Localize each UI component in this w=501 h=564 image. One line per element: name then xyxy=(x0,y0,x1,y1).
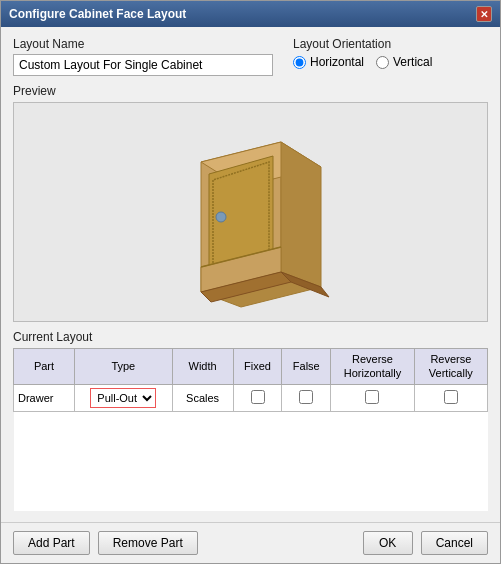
horizontal-label: Horizontal xyxy=(310,55,364,69)
empty-row-4 xyxy=(14,471,488,491)
current-layout-label: Current Layout xyxy=(13,330,488,344)
horizontal-option[interactable]: Horizontal xyxy=(293,55,364,69)
layout-name-group: Layout Name xyxy=(13,37,273,76)
horizontal-radio[interactable] xyxy=(293,56,306,69)
cancel-button[interactable]: Cancel xyxy=(421,531,488,555)
preview-section: Preview xyxy=(13,84,488,322)
fixed-checkbox[interactable] xyxy=(251,390,265,404)
col-fixed: Fixed xyxy=(233,349,282,385)
orientation-group: Layout Orientation Horizontal Vertical xyxy=(293,37,432,69)
type-select[interactable]: Pull-Out Door Shelf xyxy=(90,388,156,408)
false-cell[interactable] xyxy=(282,384,331,411)
rev-v-checkbox[interactable] xyxy=(444,390,458,404)
orientation-radio-row: Horizontal Vertical xyxy=(293,55,432,69)
ok-button[interactable]: OK xyxy=(363,531,413,555)
title-bar: Configure Cabinet Face Layout ✕ xyxy=(1,1,500,27)
vertical-option[interactable]: Vertical xyxy=(376,55,432,69)
layout-name-label: Layout Name xyxy=(13,37,273,51)
rev-h-cell[interactable] xyxy=(331,384,415,411)
col-rev-h: ReverseHorizontally xyxy=(331,349,415,385)
rev-v-cell[interactable] xyxy=(414,384,487,411)
current-layout-section: Current Layout Part Type Width Fixed Fal… xyxy=(13,330,488,511)
rev-h-checkbox[interactable] xyxy=(365,390,379,404)
svg-marker-2 xyxy=(281,142,321,287)
empty-row-1 xyxy=(14,411,488,431)
orientation-label: Layout Orientation xyxy=(293,37,432,51)
preview-label: Preview xyxy=(13,84,488,98)
layout-name-input[interactable] xyxy=(13,54,273,76)
add-part-button[interactable]: Add Part xyxy=(13,531,90,555)
col-width: Width xyxy=(172,349,233,385)
col-type: Type xyxy=(75,349,173,385)
window-title: Configure Cabinet Face Layout xyxy=(9,7,186,21)
fixed-cell[interactable] xyxy=(233,384,282,411)
footer-left: Add Part Remove Part xyxy=(13,531,198,555)
empty-row-2 xyxy=(14,431,488,451)
content-area: Layout Name Layout Orientation Horizonta… xyxy=(1,27,500,522)
preview-box xyxy=(13,102,488,322)
svg-point-6 xyxy=(216,212,226,222)
vertical-radio[interactable] xyxy=(376,56,389,69)
false-checkbox[interactable] xyxy=(299,390,313,404)
layout-table: Part Type Width Fixed False ReverseHoriz… xyxy=(13,348,488,511)
col-part: Part xyxy=(14,349,75,385)
width-cell: Scales xyxy=(172,384,233,411)
main-window: Configure Cabinet Face Layout ✕ Layout N… xyxy=(0,0,501,564)
footer: Add Part Remove Part OK Cancel xyxy=(1,522,500,563)
empty-row-3 xyxy=(14,451,488,471)
type-cell[interactable]: Pull-Out Door Shelf xyxy=(75,384,173,411)
empty-row-5 xyxy=(14,491,488,511)
top-row: Layout Name Layout Orientation Horizonta… xyxy=(13,37,488,76)
close-button[interactable]: ✕ xyxy=(476,6,492,22)
col-false: False xyxy=(282,349,331,385)
footer-right: OK Cancel xyxy=(363,531,488,555)
cabinet-preview xyxy=(161,112,341,312)
table-row: Drawer Pull-Out Door Shelf Scales xyxy=(14,384,488,411)
part-cell: Drawer xyxy=(14,384,75,411)
vertical-label: Vertical xyxy=(393,55,432,69)
remove-part-button[interactable]: Remove Part xyxy=(98,531,198,555)
col-rev-v: ReverseVertically xyxy=(414,349,487,385)
